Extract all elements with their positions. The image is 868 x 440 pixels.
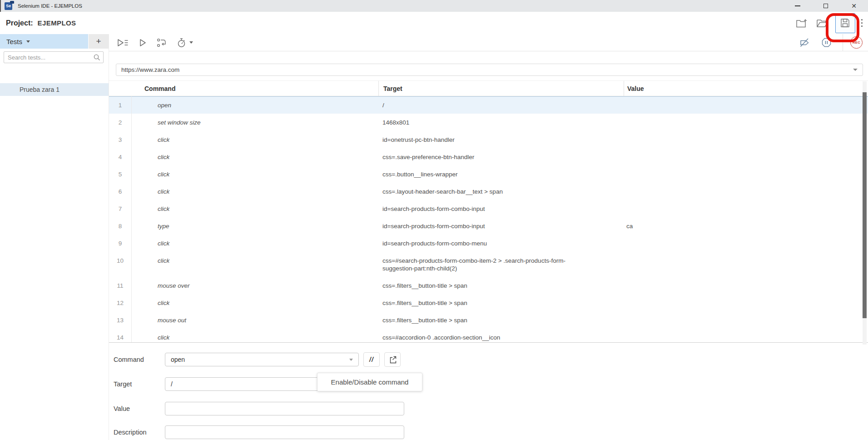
row-command: click (132, 294, 378, 311)
target-field-label: Target (114, 380, 165, 388)
table-row[interactable]: 10 click css=#search-products-form-combo… (109, 252, 868, 277)
table-row[interactable]: 11 mouse over css=.filters__button-title… (109, 277, 868, 294)
external-link-icon (389, 356, 397, 364)
logo-text: Se (6, 4, 11, 8)
run-all-tests-button[interactable] (116, 38, 129, 47)
row-number: 4 (109, 148, 132, 165)
row-target: / (378, 96, 623, 114)
table-row[interactable]: 8 type id=search-products-form-combo-inp… (109, 217, 868, 235)
table-row[interactable]: 2 set window size 1468x801 (109, 114, 868, 131)
row-value (623, 183, 868, 200)
new-project-button[interactable] (796, 18, 808, 29)
value-input[interactable] (165, 402, 404, 415)
step-over-button[interactable] (157, 38, 167, 47)
test-speed-button[interactable] (177, 38, 193, 48)
row-target: id=onetrust-pc-btn-handler (378, 131, 623, 148)
row-value (623, 131, 868, 148)
table-bottom-divider (109, 342, 868, 343)
chevron-down-icon (853, 69, 858, 71)
row-target: id=search-products-form-combo-input (378, 217, 623, 235)
test-name: Prueba zara 1 (20, 86, 60, 93)
base-url-combobox[interactable]: https://www.zara.com (116, 64, 863, 76)
main-pane: REC https://www.zara.com Command Target … (109, 34, 868, 440)
row-command: set window size (132, 114, 378, 131)
maximize-icon (823, 4, 828, 8)
row-command: click (132, 165, 378, 183)
row-number: 5 (109, 165, 132, 183)
more-options-button[interactable] (861, 19, 863, 27)
maximize-button[interactable] (812, 0, 840, 12)
command-editor: Command open // (109, 352, 868, 439)
minimize-button[interactable] (784, 0, 812, 12)
row-command: click (132, 131, 378, 148)
table-row[interactable]: 14 click css=#accordion-0 .accordion-sec… (109, 329, 868, 342)
pause-octagon-icon (821, 37, 832, 48)
vertical-scrollbar-thumb[interactable] (863, 92, 867, 318)
tests-dropdown[interactable]: Tests (0, 34, 88, 49)
chevron-down-icon (26, 40, 30, 43)
row-value (623, 252, 868, 277)
close-button[interactable]: ✕ (840, 0, 868, 12)
row-target: css=.filters__button-title > span (378, 277, 623, 294)
row-value (623, 311, 868, 329)
breakpoint-slash-icon (799, 38, 810, 48)
commands-tbody: 1 open / 2 set window size 1468x801 3 cl… (109, 96, 868, 342)
row-command: mouse out (132, 311, 378, 329)
table-row[interactable]: 9 click id=search-products-form-combo-me… (109, 235, 868, 252)
row-value (623, 329, 868, 342)
record-button[interactable]: REC (850, 36, 863, 49)
row-target: css=#search-products-form-combo-item-2 >… (378, 252, 623, 277)
commands-table: Command Target Value 1 open / 2 set wind… (109, 80, 868, 343)
play-icon (138, 38, 147, 47)
row-value (623, 96, 868, 114)
command-select[interactable]: open (165, 353, 359, 366)
new-project-icon (796, 18, 808, 29)
play-all-icon (116, 38, 129, 47)
step-over-icon (157, 38, 167, 47)
table-row[interactable]: 7 click id=search-products-form-combo-in… (109, 200, 868, 217)
toolbar: REC (109, 34, 868, 51)
table-row[interactable]: 6 click css=.layout-header-search-bar__t… (109, 183, 868, 200)
minimize-icon (795, 5, 800, 6)
table-row[interactable]: 4 click css=.save-preference-btn-handler (109, 148, 868, 165)
row-value (623, 235, 868, 252)
column-header-value: Value (624, 81, 868, 96)
row-target: css=.layout-header-search-bar__text > sp… (378, 183, 623, 200)
disable-breakpoints-button[interactable] (799, 38, 810, 48)
row-command: click (132, 148, 378, 165)
run-current-test-button[interactable] (138, 38, 147, 47)
row-number: 10 (109, 252, 132, 277)
row-target: css=.filters__button-title > span (378, 311, 623, 329)
table-row[interactable]: 1 open / (109, 96, 868, 114)
row-target: 1468x801 (378, 114, 623, 131)
save-project-button[interactable] (835, 13, 855, 33)
table-row[interactable]: 13 mouse out css=.filters__button-title … (109, 311, 868, 329)
row-command: click (132, 329, 378, 342)
test-list-item[interactable]: Prueba zara 1 (0, 83, 109, 96)
row-value (623, 148, 868, 165)
row-number: 1 (109, 96, 132, 114)
selenium-logo-icon: Se (5, 2, 12, 10)
pause-on-exceptions-button[interactable] (821, 37, 832, 48)
comment-toggle-button[interactable]: // (363, 352, 380, 367)
row-target: css=.save-preference-btn-handler (378, 148, 623, 165)
search-icon (93, 54, 100, 61)
table-row[interactable]: 3 click id=onetrust-pc-btn-handler (109, 131, 868, 148)
window-title: Selenium IDE - EJEMPLOS (18, 3, 82, 9)
row-number: 2 (109, 114, 132, 131)
search-tests-input[interactable] (4, 51, 104, 63)
row-number: 7 (109, 200, 132, 217)
row-number: 14 (109, 329, 132, 342)
open-project-button[interactable] (816, 18, 828, 28)
table-row[interactable]: 12 click css=.filters__button-title > sp… (109, 294, 868, 311)
table-row[interactable]: 5 click css=.button__lines-wrapper (109, 165, 868, 183)
add-test-button[interactable]: + (88, 34, 109, 49)
open-reference-button[interactable] (384, 352, 401, 367)
row-number: 9 (109, 235, 132, 252)
row-target: id=search-products-form-combo-input (378, 200, 623, 217)
description-input[interactable] (165, 425, 404, 439)
row-number: 11 (109, 277, 132, 294)
row-command: click (132, 235, 378, 252)
stopwatch-icon (177, 38, 186, 48)
folder-open-icon (816, 18, 828, 28)
